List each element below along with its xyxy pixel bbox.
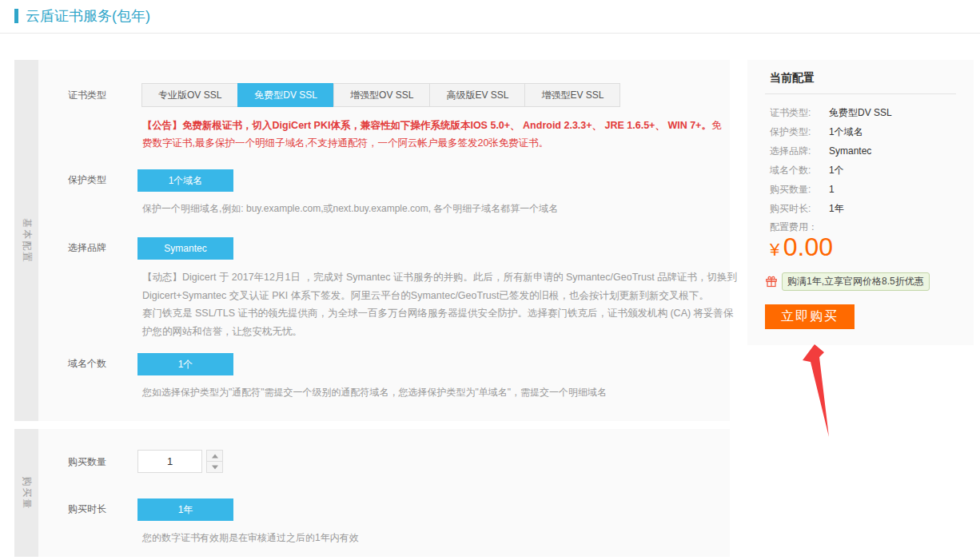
brand-description: 【动态】Digicert 于 2017年12月1日 ，完成对 Symantec …: [142, 268, 740, 340]
tab-advanced-ev-ssl[interactable]: 高级版EV SSL: [429, 83, 525, 107]
basic-config-section: 基本配置 证书类型 专业版OV SSL 免费型DV SSL 增强型OV SSL …: [14, 60, 730, 421]
tab-enhanced-ov-ssl[interactable]: 增强型OV SSL: [333, 83, 430, 107]
quantity-increment-button[interactable]: [206, 450, 223, 461]
basic-config-side-strip: 基本配置: [14, 60, 38, 421]
summary-label: 购买数量:: [770, 183, 829, 197]
summary-label: 保护类型:: [770, 125, 829, 139]
annotation-arrow-icon: [791, 340, 839, 443]
tab-free-dv-ssl[interactable]: 免费型DV SSL: [237, 83, 334, 107]
cert-type-tabs: 专业版OV SSL 免费型DV SSL 增强型OV SSL 高级版EV SSL …: [142, 83, 620, 107]
cert-type-announcement: 【公告】免费新根证书，切入DigiCert PKI体系，兼容性如下操作系统版本I…: [142, 117, 730, 152]
quantity-row: [38, 450, 730, 473]
current-config-panel: 当前配置 证书类型:免费型DV SSL 保护类型:1个域名 选择品牌:Syman…: [747, 60, 974, 345]
purchase-section: 购买量 购买数量 购买时长 1年 您的数字证书有效期是在审核通过之后的1年内有效: [14, 429, 730, 557]
quantity-stepper: [206, 450, 223, 473]
price-amount: 0.00: [783, 232, 833, 261]
promo-badge: 购满1年,立享官网价格8.5折优惠: [782, 272, 930, 291]
page-header: 云盾证书服务(包年): [14, 6, 150, 26]
quantity-decrement-button[interactable]: [206, 461, 223, 473]
summary-label: 选择品牌:: [770, 145, 829, 158]
protect-type-option-button[interactable]: 1个域名: [137, 169, 233, 192]
chevron-down-icon: [212, 465, 218, 469]
duration-option-button[interactable]: 1年: [137, 498, 233, 521]
duration-help: 您的数字证书有效期是在审核通过之后的1年内有效: [142, 530, 738, 546]
title-accent-bar: [14, 9, 18, 23]
purchase-side-label: 购买量: [20, 476, 34, 510]
page: 云盾证书服务(包年) 基本配置 证书类型 专业版OV SSL 免费型DV SSL…: [0, 0, 980, 560]
summary-row-quantity: 购买数量:1: [770, 183, 962, 197]
promo-line: 购满1年,立享官网价格8.5折优惠: [765, 272, 930, 291]
page-title: 云盾证书服务(包年): [26, 6, 150, 26]
current-config-title: 当前配置: [770, 71, 815, 85]
basic-config-content: 证书类型 专业版OV SSL 免费型DV SSL 增强型OV SSL 高级版EV…: [38, 60, 730, 421]
brand-symantec-desc: 赛门铁克是 SSL/TLS 证书的领先提供商，为全球一百多万台网络服务器提供安全…: [142, 304, 740, 340]
summary-row-brand: 选择品牌:Symantec: [770, 145, 962, 158]
domain-count-label: 域名个数: [68, 357, 106, 371]
currency-symbol: ¥: [770, 240, 779, 260]
summary-label: 购买时长:: [770, 202, 829, 216]
summary-value: Symantec: [829, 145, 871, 157]
summary-value: 免费型DV SSL: [829, 107, 892, 118]
purchase-side-strip: 购买量: [14, 429, 38, 557]
buy-now-button[interactable]: 立即购买: [765, 304, 855, 329]
cert-type-label: 证书类型: [68, 83, 106, 107]
tab-professional-ov-ssl[interactable]: 专业版OV SSL: [141, 83, 238, 107]
announcement-bold-text: 【公告】免费新根证书，切入DigiCert PKI体系，兼容性如下操作系统版本I…: [142, 120, 711, 131]
brand-label: 选择品牌: [68, 241, 106, 255]
domain-count-option-button[interactable]: 1个: [137, 353, 233, 375]
summary-row-cert-type: 证书类型:免费型DV SSL: [770, 106, 962, 120]
duration-label: 购买时长: [68, 502, 106, 516]
protect-type-label: 保护类型: [68, 173, 106, 187]
summary-label: 证书类型:: [770, 106, 829, 120]
summary-row-duration: 购买时长:1年: [770, 202, 962, 216]
price: ¥ 0.00: [770, 232, 833, 262]
summary-divider: [765, 93, 956, 94]
summary-value: 1: [829, 184, 835, 195]
summary-row-domain-count: 域名个数:1个: [770, 164, 962, 177]
basic-config-side-label: 基本配置: [20, 218, 34, 263]
summary-value: 1个域名: [829, 126, 863, 137]
summary-value: 1个: [829, 165, 844, 176]
tab-enhanced-ev-ssl[interactable]: 增强型EV SSL: [524, 83, 620, 107]
gift-icon: [765, 276, 778, 288]
quantity-input[interactable]: [137, 450, 202, 473]
domain-count-help: 您如选择保护类型为"通配符"需提交一个级别的通配符域名，您选择保护类型为"单域名…: [142, 384, 738, 400]
protect-type-help: 保护一个明细域名,例如: buy.example.com,或next.buy.e…: [142, 201, 738, 216]
brand-dynamic-notice: 【动态】Digicert 于 2017年12月1日 ，完成对 Symantec …: [142, 268, 740, 304]
summary-value: 1年: [829, 203, 844, 214]
header-divider: [0, 33, 980, 34]
summary-row-protect-type: 保护类型:1个域名: [770, 125, 962, 139]
summary-label: 域名个数:: [770, 164, 829, 177]
purchase-content: 购买数量 购买时长 1年 您的数字证书有效期是在审核通过之后的1年内有效: [38, 429, 730, 557]
chevron-up-icon: [212, 454, 218, 458]
brand-option-button[interactable]: Symantec: [137, 237, 233, 260]
